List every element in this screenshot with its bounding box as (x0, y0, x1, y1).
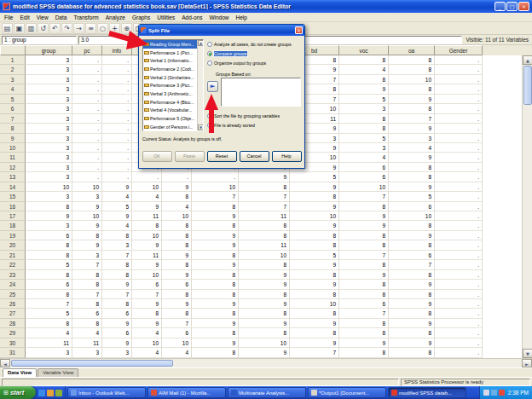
grid-cell[interactable]: 3 (26, 163, 72, 172)
grid-cell[interactable]: . (72, 134, 102, 143)
grid-cell[interactable]: 7 (102, 251, 132, 260)
row-number[interactable]: 23 (0, 270, 26, 280)
grid-cell[interactable]: . (435, 299, 483, 309)
row-number[interactable]: 31 (0, 348, 26, 357)
grid-cell[interactable]: 9 (389, 319, 435, 328)
grid-cell[interactable]: . (435, 319, 483, 328)
grid-cell[interactable]: . (435, 143, 483, 153)
grid-cell[interactable]: 9 (192, 211, 239, 221)
cancel-button[interactable]: Cancel (240, 151, 269, 162)
grid-cell[interactable]: 9 (102, 280, 132, 289)
grid-cell[interactable]: 8 (162, 231, 192, 240)
grid-cell[interactable]: 3 (26, 348, 72, 357)
row-number[interactable]: 13 (0, 172, 26, 182)
show-desktop-icon[interactable] (55, 390, 62, 396)
grid-cell[interactable]: 9 (290, 221, 339, 230)
grid-cell[interactable]: 8 (26, 251, 72, 260)
tab-data-view[interactable]: Data View (3, 368, 37, 377)
grid-cell[interactable]: . (72, 172, 102, 182)
row-number[interactable]: 8 (0, 124, 26, 133)
grid-cell[interactable]: . (435, 280, 483, 289)
grid-cell[interactable]: 8 (162, 260, 192, 269)
grid-cell[interactable]: . (162, 172, 192, 182)
grid-cell[interactable]: 8 (192, 251, 239, 260)
grid-cell[interactable]: 9 (339, 338, 389, 348)
row-number[interactable]: 24 (0, 280, 26, 289)
grid-cell[interactable]: 8 (192, 328, 239, 338)
grid-cell[interactable]: 9 (102, 319, 132, 328)
vertical-scroll-thumb[interactable] (523, 66, 532, 105)
grid-cell[interactable]: 8 (162, 221, 192, 230)
row-number[interactable]: 27 (0, 309, 26, 318)
grid-cell[interactable]: 6 (162, 280, 192, 289)
grid-cell[interactable]: 9 (102, 338, 132, 348)
grid-cell[interactable]: 10 (132, 338, 162, 348)
grid-cell[interactable]: . (102, 124, 132, 133)
grid-cell[interactable]: 8 (389, 240, 435, 250)
grid-cell[interactable]: 9 (290, 280, 339, 289)
antivirus-icon[interactable] (499, 390, 505, 396)
radio-file-already-sorted[interactable]: File is already sorted (207, 123, 255, 128)
grid-cell[interactable]: . (435, 251, 483, 260)
grid-cell[interactable]: . (435, 202, 483, 211)
menu-graphs[interactable]: Graphs (129, 14, 153, 20)
grid-cell[interactable]: 8 (72, 231, 102, 240)
grid-cell[interactable]: 8 (290, 309, 339, 318)
grid-cell[interactable]: 8 (389, 104, 435, 113)
grid-cell[interactable]: 4 (162, 348, 192, 357)
grid-cell[interactable]: 9 (290, 319, 339, 328)
grid-cell[interactable]: 8 (339, 240, 389, 250)
grid-cell[interactable]: 3 (26, 134, 72, 143)
variable-list-item[interactable]: Verbal 2 (Similarities... (143, 73, 203, 82)
grid-cell[interactable]: . (435, 114, 483, 124)
row-number[interactable]: 1 (0, 55, 26, 65)
outlook-icon[interactable] (47, 390, 54, 396)
grid-cell[interactable]: 5 (26, 309, 72, 318)
radio-sort-file[interactable]: Sort the file by grouping variables (207, 113, 280, 119)
grid-cell[interactable]: 3 (26, 95, 72, 104)
grid-cell[interactable]: . (435, 153, 483, 162)
grid-cell[interactable]: 10 (339, 182, 389, 192)
recall-dialogs-icon[interactable]: ↺ (38, 23, 49, 34)
row-number[interactable]: 9 (0, 134, 26, 143)
grid-cell[interactable]: 8 (389, 328, 435, 338)
grid-cell[interactable]: . (435, 192, 483, 201)
grid-cell[interactable]: 4 (132, 348, 162, 357)
grid-cell[interactable]: 9 (192, 338, 239, 348)
grid-cell[interactable]: 7 (102, 290, 132, 299)
grid-cell[interactable]: . (72, 104, 102, 113)
save-file-icon[interactable]: ▣ (14, 23, 25, 34)
grid-corner-cell[interactable] (0, 45, 26, 55)
find-icon[interactable]: ○ (97, 23, 108, 34)
scroll-track[interactable] (173, 359, 522, 367)
grid-cell[interactable]: 6 (132, 280, 162, 289)
variable-list-item[interactable]: Verbal 3 (Arithmetic... (143, 90, 203, 98)
grid-cell[interactable]: 8 (192, 309, 239, 318)
variable-list-item[interactable]: Performance 4 (Bloc... (143, 98, 203, 107)
dialog-title-bar[interactable]: Split File × (139, 25, 304, 36)
grid-cell[interactable]: . (435, 84, 483, 94)
grid-cell[interactable]: 4 (26, 328, 72, 338)
row-number[interactable]: 18 (0, 221, 26, 230)
grid-cell[interactable]: 9 (290, 202, 339, 211)
grid-cell[interactable]: 9 (132, 202, 162, 211)
grid-cell[interactable]: 8 (389, 163, 435, 172)
grid-cell[interactable]: 8 (162, 240, 192, 250)
grid-cell[interactable]: 8 (72, 280, 102, 289)
grid-cell[interactable]: 8 (192, 202, 239, 211)
grid-cell[interactable]: 9 (192, 260, 239, 269)
grid-cell[interactable]: . (72, 84, 102, 94)
grid-cell[interactable]: 3 (26, 75, 72, 84)
grid-cell[interactable]: 8 (26, 319, 72, 328)
grid-cell[interactable]: 9 (290, 260, 339, 269)
grid-cell[interactable]: 8 (290, 270, 339, 280)
grid-cell[interactable]: . (72, 114, 102, 124)
grid-cell[interactable]: 10 (192, 182, 239, 192)
start-button[interactable]: ⊞ start (0, 386, 36, 399)
grid-cell[interactable]: . (435, 231, 483, 240)
grid-cell[interactable]: . (435, 55, 483, 65)
grid-cell[interactable]: . (435, 270, 483, 280)
grid-cell[interactable]: . (435, 182, 483, 192)
row-number[interactable]: 12 (0, 163, 26, 172)
grid-cell[interactable]: 8 (389, 55, 435, 65)
